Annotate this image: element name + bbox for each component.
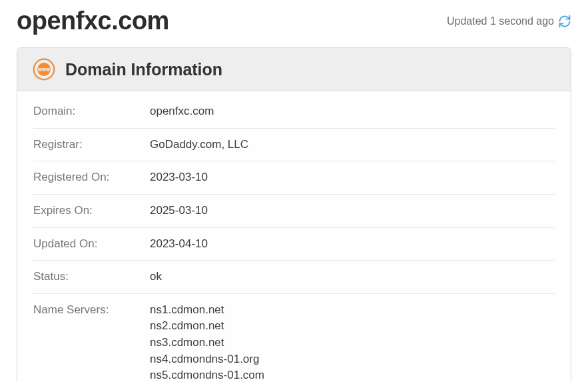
page-header: openfxc.com Updated 1 second ago xyxy=(17,7,571,35)
row-value: 2023-04-10 xyxy=(150,236,208,253)
row-registered-on: Registered On: 2023-03-10 xyxy=(33,161,555,195)
row-label: Updated On: xyxy=(33,236,150,253)
row-value: openfxc.com xyxy=(150,103,214,120)
row-registrar: Registrar: GoDaddy.com, LLC xyxy=(33,129,555,162)
name-servers-list: ns1.cdmon.net ns2.cdmon.net ns3.cdmon.ne… xyxy=(150,302,264,382)
name-server-item: ns1.cdmon.net xyxy=(150,302,264,319)
name-server-item: ns3.cdmon.net xyxy=(150,335,264,351)
row-value: GoDaddy.com, LLC xyxy=(150,137,248,153)
panel-header: WWW Domain Information xyxy=(17,48,571,91)
updated-status: Updated 1 second ago xyxy=(447,15,571,28)
refresh-icon[interactable] xyxy=(558,15,571,28)
name-server-item: ns5.cdmondns-01.com xyxy=(150,367,264,382)
row-domain: Domain: openfxc.com xyxy=(33,95,555,129)
row-label: Registrar: xyxy=(33,137,150,153)
row-label: Status: xyxy=(33,269,150,285)
row-label: Registered On: xyxy=(33,169,150,186)
www-icon: WWW xyxy=(32,57,56,81)
row-name-servers: Name Servers: ns1.cdmon.net ns2.cdmon.ne… xyxy=(33,294,555,382)
row-updated-on: Updated On: 2023-04-10 xyxy=(33,228,555,261)
row-label: Domain: xyxy=(33,103,150,120)
row-value: 2023-03-10 xyxy=(150,169,208,186)
updated-text: Updated 1 second ago xyxy=(447,15,554,27)
panel-body: Domain: openfxc.com Registrar: GoDaddy.c… xyxy=(17,91,571,382)
svg-text:WWW: WWW xyxy=(38,67,50,72)
domain-info-panel: WWW Domain Information Domain: openfxc.c… xyxy=(17,47,571,382)
row-status: Status: ok xyxy=(33,261,555,294)
row-expires-on: Expires On: 2025-03-10 xyxy=(33,195,555,228)
row-value: 2025-03-10 xyxy=(150,203,208,219)
name-server-item: ns4.cdmondns-01.org xyxy=(150,351,264,368)
row-label: Expires On: xyxy=(33,203,150,219)
row-value: ok xyxy=(150,269,162,285)
name-server-item: ns2.cdmon.net xyxy=(150,318,264,335)
row-label: Name Servers: xyxy=(33,302,150,382)
domain-title: openfxc.com xyxy=(17,7,169,35)
panel-title: Domain Information xyxy=(65,60,222,79)
